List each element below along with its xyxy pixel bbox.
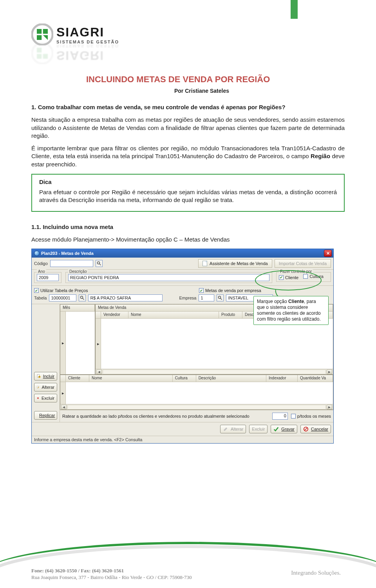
row-selector-icon: ▸ [96, 319, 101, 369]
vendedor-nome-column: Nome [128, 312, 219, 318]
header-fields-row: Ano 2009 Descrição REGIAO PONTE PEDRA Fa… [32, 270, 333, 286]
svg-rect-1 [37, 29, 42, 34]
ano-input[interactable]: 2009 [37, 274, 59, 281]
tabela-code-input[interactable]: 10000001 [49, 294, 76, 301]
app-icon [34, 251, 40, 256]
plus-document-icon: ✚ [37, 373, 41, 379]
brand-logo-mark [31, 23, 53, 45]
svg-point-4 [32, 43, 53, 64]
annotation-callout: Marque opção Cliente, para que o sistema… [253, 296, 329, 325]
footer-contact: Fone: (64) 3620-1550 / Fax: (64) 3620-15… [31, 567, 192, 581]
empresa-code-input[interactable]: 1 [199, 294, 214, 301]
assistente-button[interactable]: Assistente de Metas de Venda [198, 259, 272, 268]
footer-tagline: Integrando Soluções. [291, 570, 341, 576]
svg-rect-7 [37, 48, 42, 52]
paragraph-2: É importante lembrar que para filtrar os… [31, 144, 345, 168]
codigo-label: Código [34, 261, 48, 266]
ratear-value-input[interactable]: 0 [272, 413, 288, 420]
codigo-search-button[interactable] [96, 260, 103, 267]
metas-por-empresa-checkbox[interactable]: ✔Metas de venda por empresa [199, 288, 261, 293]
footer-swoosh [0, 518, 376, 568]
alterar-left-button[interactable]: Alterar [34, 383, 57, 391]
status-bar: Informe a empresa desta meta de venda. <… [32, 436, 333, 443]
codigo-input[interactable] [50, 260, 93, 267]
document-icon [202, 261, 207, 266]
cancelar-button[interactable]: Cancelar [300, 425, 331, 433]
paragraph-1: Nesta situação a empresa trabalha com as… [31, 116, 345, 140]
svg-rect-3 [37, 35, 42, 40]
cliente-checkbox[interactable]: ✔Cliente [279, 275, 298, 280]
navigation-path: Acesse módulo Planejamento-> Movimentaçã… [31, 236, 345, 243]
action-buttons-row: Alterar Excluir Gravar Cancelar [32, 422, 333, 436]
importar-cotas-button[interactable]: Importar Cotas de Venda [275, 259, 331, 268]
mes-column: Mês [60, 305, 95, 311]
page-title: INCLUINDO METAS DE VENDA POR REGIÃO [86, 74, 345, 85]
pencil-icon [223, 426, 228, 432]
cultura-descricao-column: Descrição [196, 375, 266, 382]
byline: Por Cristiane Sateles [59, 88, 345, 94]
excluir-action-button[interactable]: Excluir [249, 425, 268, 433]
brand-subtitle: SISTEMAS DE GESTÃO [56, 40, 119, 44]
horizontal-scrollbar[interactable]: ◄► [60, 404, 333, 409]
row-selector-icon: ▸ [60, 312, 66, 374]
row-selector-icon: ▸ [60, 382, 66, 404]
delete-x-icon [37, 395, 39, 401]
produto-column: Produto [219, 312, 242, 318]
gravar-button[interactable]: Gravar [271, 425, 297, 433]
incluir-button[interactable]: ✚ Incluir [34, 372, 57, 381]
cancel-icon [303, 426, 309, 432]
left-button-column: ✚ Incluir Alterar Excluir [32, 304, 60, 422]
tip-body: Para efetuar o controle por Região é nec… [39, 188, 337, 204]
brand-logo: SIAGRI SISTEMAS DE GESTÃO [31, 23, 345, 45]
svg-point-8 [97, 262, 99, 264]
empresa-search-button[interactable] [217, 294, 224, 301]
descricao-legend: Descrição [68, 269, 88, 274]
ratear-text: Ratear a quantidade ao lado p/todos os c… [62, 414, 249, 418]
svg-point-0 [32, 24, 53, 45]
window-title: Plan203 - Metas de Venda [41, 251, 94, 256]
window-titlebar: Plan203 - Metas de Venda ✕ [32, 249, 333, 258]
brand-logo-reflection: SIAGRI SISTEMAS DE GESTÃO [31, 42, 345, 64]
tabela-label: Tabela [34, 296, 47, 300]
quantidade-column: Quantidade Va [298, 375, 333, 382]
alterar-action-button[interactable]: Alterar [220, 425, 246, 433]
svg-line-11 [83, 298, 84, 300]
app-window: Plan203 - Metas de Venda ✕ Código Assist… [31, 249, 334, 444]
mes-grid[interactable]: Mês ▸ [60, 304, 95, 375]
pencil-document-icon [37, 384, 40, 390]
footer-phone: Fone: (64) 3620-1550 / Fax: (64) 3620-15… [31, 567, 192, 574]
descricao-input[interactable]: REGIAO PONTE PEDRA [68, 274, 269, 281]
tabela-search-button[interactable] [79, 294, 86, 301]
tabela-name-display: R$ A PRAZO SAFRA [88, 294, 163, 301]
section-1-1-heading: 1.1. Incluindo uma nova meta [31, 224, 345, 230]
excluir-left-button[interactable]: Excluir [34, 394, 57, 402]
toolbar: Código Assistente de Metas de Venda Impo… [32, 258, 333, 270]
svg-point-10 [81, 296, 83, 299]
window-close-button[interactable]: ✕ [324, 250, 332, 257]
cliente-cultura-grid[interactable]: Cliente Nome Cultura Descrição Indexador… [60, 375, 333, 410]
cliente-column: Cliente [66, 375, 89, 382]
question-1: 1. Como trabalhar com metas de venda, se… [31, 103, 345, 111]
ano-legend: Ano [37, 269, 46, 274]
svg-point-12 [219, 296, 221, 299]
cultura-column: Cultura [173, 375, 196, 382]
horizontal-scrollbar[interactable]: ◄► [96, 369, 333, 374]
svg-line-13 [221, 298, 222, 300]
utilizar-tabela-checkbox[interactable]: ✔Utilizar Tabela de Preços [34, 288, 88, 293]
svg-rect-6 [43, 54, 48, 59]
vendedor-column: Vendedor [101, 312, 128, 318]
cultura-checkbox[interactable]: Cultura [303, 274, 323, 279]
indexador-column: Indexador [266, 375, 298, 382]
brand-name: SIAGRI [56, 25, 119, 40]
svg-line-9 [99, 264, 101, 265]
replicar-button[interactable]: Replicar [34, 411, 57, 420]
tip-box: Dica Para efetuar o controle por Região … [31, 174, 345, 212]
tip-title: Dica [39, 179, 337, 185]
ratear-row: Ratear a quantidade ao lado p/todos os c… [60, 410, 333, 422]
svg-rect-5 [37, 54, 42, 59]
svg-rect-2 [43, 29, 48, 34]
check-icon [273, 426, 279, 432]
p-todos-meses-checkbox[interactable]: p/todos os meses [291, 414, 331, 418]
cliente-nome-column: Nome [89, 375, 173, 382]
empresa-label: Empresa [179, 296, 196, 300]
